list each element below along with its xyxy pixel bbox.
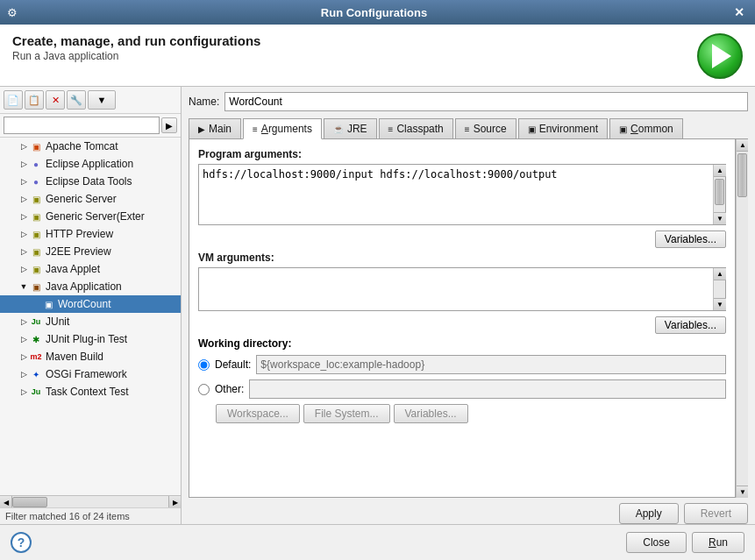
tab-main[interactable]: ▶ Main	[189, 118, 241, 138]
tree-item-osgi[interactable]: ▷ ✦ OSGi Framework	[0, 365, 181, 383]
tree-item-j2ee-preview[interactable]: ▷ ▣ J2EE Preview	[0, 243, 181, 260]
dialog-footer: ? Close Run	[0, 524, 755, 560]
run-triangle-icon	[712, 44, 731, 68]
java-application-icon: ▣	[30, 280, 42, 293]
scroll-thumb	[715, 179, 724, 205]
args-tab-icon: ≡	[253, 124, 258, 134]
tab-environment[interactable]: ▣ Environment	[518, 118, 608, 138]
scroll-track	[714, 280, 725, 298]
close-icon[interactable]: ✕	[730, 4, 748, 21]
run-button[interactable]	[697, 33, 743, 79]
scroll-track	[714, 177, 725, 212]
right-scroll-up[interactable]: ▲	[737, 139, 748, 152]
config-tree[interactable]: ▷ ▣ Apache Tomcat ▷ ● Eclipse Applicatio…	[0, 138, 181, 495]
hscroll-right-arrow[interactable]: ▶	[168, 496, 181, 508]
program-args-textarea[interactable]: hdfs://localhost:9000/input hdfs://local…	[199, 165, 713, 224]
tab-classpath[interactable]: ≡ Classpath	[379, 118, 453, 138]
tree-item-generic-server-ext[interactable]: ▷ ▣ Generic Server(Exter	[0, 208, 181, 225]
expand-arrow: ▷	[19, 387, 28, 396]
default-radio-button[interactable]	[198, 359, 210, 371]
other-workdir-input[interactable]	[249, 379, 726, 399]
tree-item-eclipse-data[interactable]: ▷ ● Eclipse Data Tools	[0, 173, 181, 190]
workspace-button[interactable]: Workspace...	[216, 404, 300, 423]
hscroll-thumb	[12, 497, 47, 507]
common-tab-icon: ▣	[619, 124, 627, 134]
program-args-label: Program arguments:	[198, 148, 726, 160]
workdir-buttons: Workspace... File System... Variables...	[216, 404, 726, 423]
filter-status: Filter matched 16 of 24 items	[0, 507, 181, 524]
eclipse-app-icon: ●	[30, 158, 42, 170]
search-input[interactable]	[4, 117, 160, 134]
delete-config-button[interactable]: ✕	[46, 90, 65, 110]
tree-item-junit[interactable]: ▷ Ju JUnit	[0, 313, 181, 330]
revert-button[interactable]: Revert	[684, 503, 748, 524]
tree-item-task-context[interactable]: ▷ Ju Task Context Test	[0, 383, 181, 401]
tree-item-junit-plugin[interactable]: ▷ ✱ JUnit Plug-in Test	[0, 330, 181, 348]
expand-arrow: ▷	[19, 317, 28, 326]
hscroll-track	[12, 496, 168, 508]
search-clear-button[interactable]: ▶	[161, 117, 177, 133]
tree-item-label: Java Applet	[46, 263, 100, 275]
expand-arrow: ▷	[19, 142, 28, 151]
scroll-down-arrow[interactable]: ▼	[714, 298, 726, 310]
tree-item-wordcount[interactable]: ▷ ▣ WordCount	[0, 295, 181, 313]
tree-item-label: Eclipse Application	[46, 158, 133, 170]
dialog-body: 📄 📋 ✕ 🔧 ▼ ▶ ▷ ▣ Apache Tomcat	[0, 87, 755, 524]
tree-item-label: J2EE Preview	[46, 245, 111, 258]
close-button[interactable]: Close	[626, 532, 687, 553]
tree-item-label: Generic Server	[46, 193, 117, 205]
program-args-variables-button[interactable]: Variables...	[655, 230, 726, 248]
tomcat-icon: ▣	[30, 140, 42, 152]
apply-button[interactable]: Apply	[619, 503, 679, 524]
tree-item-apache-tomcat[interactable]: ▷ ▣ Apache Tomcat	[0, 138, 181, 155]
name-input[interactable]	[224, 92, 748, 111]
vm-args-wrapper: ▲ ▼	[198, 267, 726, 311]
vm-args-textarea[interactable]	[199, 268, 713, 310]
run-footer-button[interactable]: Run	[692, 532, 744, 553]
expand-arrow: ▷	[19, 177, 28, 186]
tab-source[interactable]: ≡ Source	[455, 118, 516, 138]
new-config-button[interactable]: 📄	[4, 90, 23, 110]
tree-item-generic-server[interactable]: ▷ ▣ Generic Server	[0, 190, 181, 208]
file-system-button[interactable]: File System...	[303, 404, 390, 423]
main-tab-icon: ▶	[198, 124, 205, 134]
default-radio-label: Default:	[215, 358, 251, 371]
duplicate-config-button[interactable]: 📋	[25, 90, 44, 110]
scroll-down-arrow[interactable]: ▼	[714, 212, 726, 224]
tab-environment-label: Environment	[539, 123, 598, 135]
tree-item-eclipse-app[interactable]: ▷ ● Eclipse Application	[0, 155, 181, 173]
right-scroll-down[interactable]: ▼	[737, 486, 748, 498]
dropdown-button[interactable]: ▼	[88, 90, 116, 110]
tree-item-label: HTTP Preview	[46, 228, 113, 240]
tab-arguments[interactable]: ≡ Arguments	[243, 118, 322, 139]
tree-item-java-application[interactable]: ▼ ▣ Java Application	[0, 278, 181, 295]
scroll-up-arrow[interactable]: ▲	[714, 268, 726, 280]
help-button[interactable]: ?	[11, 532, 32, 553]
expand-arrow: ▷	[19, 230, 28, 238]
dialog-icon: ⚙	[7, 6, 18, 19]
vm-args-variables-button[interactable]: Variables...	[655, 316, 726, 334]
expand-arrow: ▷	[19, 159, 28, 168]
junit-icon: Ju	[30, 315, 42, 328]
task-icon: Ju	[30, 386, 42, 398]
scroll-up-arrow[interactable]: ▲	[714, 165, 726, 177]
j2ee-icon: ▣	[30, 245, 42, 258]
tab-jre[interactable]: ☕ JRE	[324, 118, 377, 138]
header-title: Create, manage, and run configurations	[12, 33, 260, 48]
tab-common[interactable]: ▣ Common	[609, 118, 683, 138]
tree-item-maven-build[interactable]: ▷ m2 Maven Build	[0, 348, 181, 365]
jre-tab-icon: ☕	[333, 124, 344, 134]
classpath-tab-icon: ≡	[388, 124, 394, 134]
hscroll-left-arrow[interactable]: ◀	[0, 496, 12, 508]
arguments-tab-content: Program arguments: hdfs://localhost:9000…	[189, 139, 736, 498]
left-panel: 📄 📋 ✕ 🔧 ▼ ▶ ▷ ▣ Apache Tomcat	[0, 87, 182, 524]
workdir-variables-button[interactable]: Variables...	[394, 404, 468, 423]
tree-item-java-applet[interactable]: ▷ ▣ Java Applet	[0, 260, 181, 278]
tree-item-http-preview[interactable]: ▷ ▣ HTTP Preview	[0, 225, 181, 243]
title-bar-title: Run Configurations	[18, 6, 730, 19]
default-radio-row: Default:	[198, 355, 726, 374]
tab-content-area: Program arguments: hdfs://localhost:9000…	[189, 139, 748, 498]
filter-button[interactable]: 🔧	[67, 90, 86, 110]
program-args-wrapper: hdfs://localhost:9000/input hdfs://local…	[198, 164, 726, 225]
other-radio-button[interactable]	[198, 384, 210, 395]
